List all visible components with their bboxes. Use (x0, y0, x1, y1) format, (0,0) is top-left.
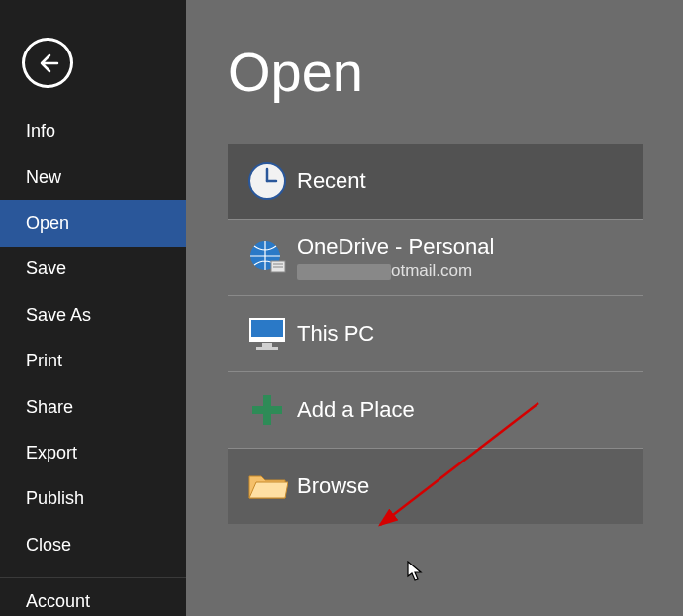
sidebar-item-print[interactable]: Print (0, 338, 186, 383)
sidebar-item-label: Publish (26, 488, 84, 509)
sidebar-item-label: Export (26, 443, 77, 463)
plus-icon (250, 393, 284, 427)
sidebar-item-open[interactable]: Open (0, 200, 186, 246)
sidebar-item-save[interactable]: Save (0, 247, 186, 292)
svg-rect-12 (252, 406, 282, 414)
location-subtext: otmail.com (297, 261, 494, 281)
svg-rect-9 (262, 343, 272, 347)
sidebar-item-label: Close (26, 535, 71, 556)
sidebar-item-label: Info (26, 121, 55, 142)
sidebar-item-label: Save (26, 258, 66, 279)
sidebar-item-close[interactable]: Close (0, 522, 186, 567)
location-this-pc[interactable]: This PC (228, 296, 643, 371)
location-label: Add a Place (297, 397, 415, 423)
page-title: Open (228, 40, 683, 104)
sidebar-item-publish[interactable]: Publish (0, 476, 186, 522)
location-onedrive[interactable]: OneDrive - Personal otmail.com (228, 220, 643, 295)
sidebar-item-new[interactable]: New (0, 154, 186, 200)
globe-icon (247, 238, 287, 277)
monitor-icon (246, 313, 288, 355)
sidebar-item-share[interactable]: Share (0, 384, 186, 430)
svg-rect-10 (256, 347, 278, 350)
sidebar-item-label: Print (26, 351, 62, 371)
folder-icon (246, 468, 288, 504)
sidebar-item-label: New (26, 167, 61, 188)
sidebar-item-label: Open (26, 213, 69, 234)
sidebar-item-save-as[interactable]: Save As (0, 292, 186, 338)
sidebar-item-label: Share (26, 397, 73, 418)
sidebar-item-info[interactable]: Info (0, 108, 186, 154)
location-recent[interactable]: Recent (228, 144, 643, 219)
sidebar-divider (0, 577, 186, 578)
clock-icon (246, 160, 288, 202)
location-list: Recent OneDrive - Personal otmail.com (228, 144, 643, 524)
location-label: Recent (297, 168, 366, 194)
location-label: OneDrive - Personal (297, 234, 494, 259)
arrow-left-icon (36, 51, 59, 75)
sidebar-item-account[interactable]: Account (0, 586, 186, 616)
svg-rect-8 (250, 337, 284, 341)
sidebar-item-label: Account (26, 591, 90, 612)
location-label: This PC (297, 321, 374, 347)
sidebar-item-export[interactable]: Export (0, 430, 186, 475)
redacted-text (297, 264, 391, 280)
location-add-place[interactable]: Add a Place (228, 372, 643, 448)
back-button[interactable] (22, 38, 73, 88)
sidebar-item-label: Save As (26, 305, 91, 326)
main-panel: Open Recent (186, 0, 683, 616)
backstage-sidebar: Info New Open Save Save As Print Share E… (0, 0, 186, 616)
location-label: Browse (297, 473, 369, 499)
location-browse[interactable]: Browse (228, 449, 643, 524)
